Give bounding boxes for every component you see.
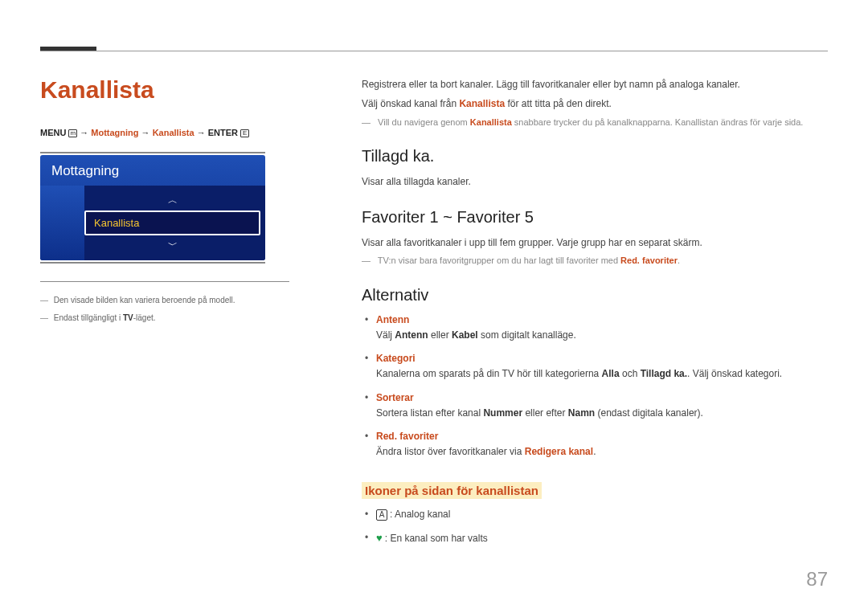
note-1-post: snabbare trycker du på kanalknapparna. K… — [512, 117, 804, 127]
option-redfav: Red. favoriter Ändra listor över favorit… — [376, 429, 828, 460]
note-2-pre: TV:n visar bara favoritgrupper om du har… — [378, 255, 620, 265]
footnote-dash-icon: ― — [40, 296, 48, 304]
left-column: Kanallista MENU m → Mottagning → Kanalli… — [40, 76, 289, 555]
option-kategori-post: . Välj önskad kategori. — [687, 368, 782, 379]
header-rule — [40, 51, 828, 51]
note-1-pre: Vill du navigera genom — [378, 117, 470, 127]
tv-panel: Mottagning ︿ Kanallista ﹀ — [40, 152, 265, 264]
menu-icon: m — [68, 129, 77, 137]
option-redfav-term: Red. favoriter — [376, 431, 438, 442]
footnote-2-pre: Endast tillgängligt i — [54, 313, 123, 322]
option-antenn-b2: Kabel — [452, 329, 478, 341]
option-sorterar-term: Sorterar — [376, 392, 414, 403]
intro-2-post: för att titta på den direkt. — [505, 98, 612, 109]
breadcrumb-arrow3: → — [197, 128, 208, 137]
option-kategori-mid: och — [620, 368, 641, 379]
note-dash-icon: ― — [362, 117, 371, 127]
page-number: 87 — [806, 568, 828, 591]
breadcrumb-seg1: Mottagning — [91, 128, 138, 137]
breadcrumb-seg2: Kanallista — [153, 128, 194, 137]
option-antenn-post: som digitalt kanalläge. — [478, 329, 576, 341]
breadcrumb: MENU m → Mottagning → Kanallista → ENTER… — [40, 128, 289, 137]
footnote-1-text: Den visade bilden kan variera beroende p… — [54, 296, 235, 304]
option-kategori-b2: Tillagd ka. — [641, 368, 687, 379]
breadcrumb-arrow2: → — [141, 128, 153, 137]
icon-item-analog-text: : Analog kanal — [390, 509, 450, 520]
tv-panel-list: ︿ Kanallista ﹀ — [84, 186, 265, 260]
option-sorterar-post: (endast digitala kanaler). — [595, 407, 703, 419]
tv-panel-header: Mottagning — [40, 155, 265, 186]
breadcrumb-menu: MENU — [40, 128, 66, 137]
option-sorterar: Sorterar Sortera listan efter kanal Numm… — [376, 390, 828, 421]
option-sorterar-pre: Sortera listan efter kanal — [376, 407, 483, 419]
intro-2-hl: Kanallista — [459, 98, 505, 109]
option-kategori: Kategori Kanalerna om sparats på din TV … — [376, 351, 828, 382]
chevron-down-icon[interactable]: ﹀ — [168, 235, 178, 255]
note-2-hl: Red. favoriter — [620, 255, 678, 265]
option-sorterar-b1: Nummer — [483, 407, 522, 419]
option-antenn-b1: Antenn — [395, 329, 428, 341]
option-kategori-pre: Kanalerna om sparats på din TV hör till … — [376, 368, 602, 379]
tv-panel-sidebar — [40, 186, 84, 260]
option-sorterar-b2: Namn — [568, 407, 595, 419]
tv-panel-item-selected[interactable]: Kanallista — [84, 210, 260, 235]
analog-letter: A — [379, 509, 385, 521]
option-antenn-pre: Välj — [376, 329, 395, 341]
note-2-post: . — [678, 255, 680, 265]
heading-alternativ: Alternativ — [362, 286, 828, 304]
option-kategori-term: Kategori — [376, 353, 416, 364]
icon-item-selected: ♥: En kanal som har valts — [376, 530, 828, 547]
option-redfav-pre: Ändra listor över favoritkanaler via — [376, 446, 525, 457]
note-1: ― Vill du navigera genom Kanallista snab… — [362, 116, 828, 130]
footnote-2-post: -läget. — [133, 313, 156, 322]
heading-ikoner: Ikoner på sidan för kanallistan — [362, 482, 542, 499]
note-dash-icon: ― — [362, 255, 371, 265]
page-content: Kanallista MENU m → Mottagning → Kanalli… — [0, 0, 868, 555]
option-redfav-post: . — [593, 446, 596, 457]
footnotes: ― Den visade bilden kan variera beroende… — [40, 281, 289, 327]
option-antenn-term: Antenn — [376, 314, 409, 325]
options-list: Antenn Välj Antenn eller Kabel som digit… — [362, 313, 828, 460]
intro-1: Registrera eller ta bort kanaler. Lägg t… — [362, 76, 828, 92]
icons-list: A: Analog kanal ♥: En kanal som har valt… — [362, 507, 828, 547]
heading-favoriter: Favoriter 1 ~ Favoriter 5 — [362, 208, 828, 227]
breadcrumb-arrow1: → — [80, 128, 91, 137]
intro-2: Välj önskad kanal från Kanallista för at… — [362, 96, 828, 112]
footnote-dash-icon: ― — [40, 313, 48, 322]
para-favoriter: Visar alla favoritkanaler i upp till fem… — [362, 235, 828, 251]
chevron-up-icon[interactable]: ︿ — [168, 190, 178, 210]
footnote-1: ― Den visade bilden kan variera beroende… — [40, 292, 289, 309]
footnote-2-bold: TV — [123, 313, 133, 322]
note-2: ― TV:n visar bara favoritgrupper om du h… — [362, 254, 828, 268]
para-tillagd: Visar alla tillagda kanaler. — [362, 174, 828, 190]
option-kategori-b1: Alla — [602, 368, 620, 379]
tv-panel-body: ︿ Kanallista ﹀ — [40, 186, 265, 260]
note-1-hl: Kanallista — [470, 117, 512, 127]
heart-icon: ♥ — [376, 532, 383, 544]
intro-2-pre: Välj önskad kanal från — [362, 98, 459, 109]
tv-panel-inner: Mottagning ︿ Kanallista ﹀ — [40, 155, 265, 260]
breadcrumb-enter: ENTER — [208, 128, 238, 137]
icon-item-selected-text: : En kanal som har valts — [385, 533, 488, 544]
option-antenn: Antenn Välj Antenn eller Kabel som digit… — [376, 313, 828, 343]
heading-tillagd: Tillagd ka. — [362, 147, 828, 166]
icon-item-analog: A: Analog kanal — [376, 507, 828, 522]
footnote-2: ― Endast tillgängligt i TV-läget. — [40, 309, 289, 327]
page-title: Kanallista — [40, 76, 289, 104]
analog-box-icon: A — [376, 509, 387, 521]
right-column: Registrera eller ta bort kanaler. Lägg t… — [362, 76, 828, 555]
option-sorterar-mid: eller efter — [522, 407, 568, 419]
enter-icon: E — [240, 129, 249, 137]
option-antenn-mid: eller — [428, 329, 452, 341]
option-redfav-b1: Redigera kanal — [525, 446, 593, 457]
